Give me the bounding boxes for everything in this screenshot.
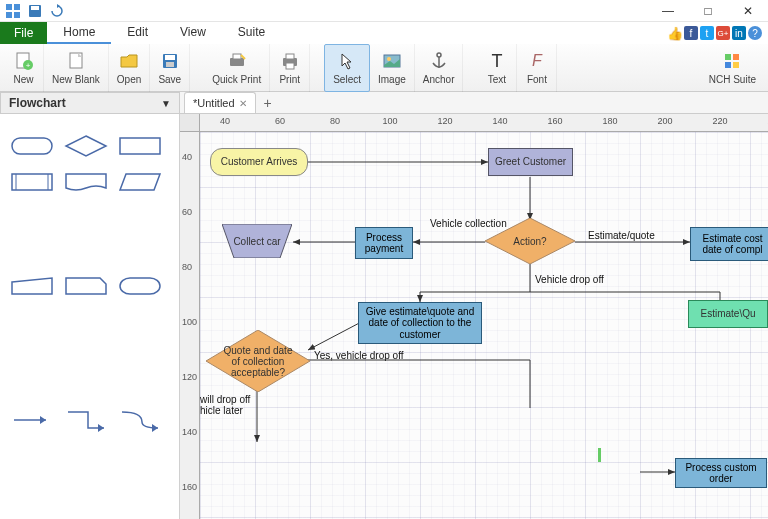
save-button[interactable]: Save [150, 44, 190, 92]
svg-rect-26 [725, 62, 731, 68]
new-blank-icon [65, 50, 87, 72]
file-menu[interactable]: File [0, 22, 47, 44]
anchor-button[interactable]: Anchor [415, 44, 464, 92]
stencil-rounded[interactable] [118, 274, 162, 298]
shape-estimate-qu[interactable]: Estimate\Qu [688, 300, 768, 328]
ruler-vertical: 40 60 80 100 120 140 160 180 [180, 132, 200, 519]
label-will-drop-off: will drop off hicle later [200, 394, 260, 416]
shapes-panel-header[interactable]: Flowchart ▼ [0, 92, 180, 114]
svg-text:+: + [25, 61, 30, 70]
googleplus-icon[interactable]: G+ [716, 26, 730, 40]
stencil-decision[interactable] [64, 134, 108, 158]
menu-suite[interactable]: Suite [222, 22, 281, 44]
tabbar: *Untitled ✕ + [180, 92, 768, 114]
svg-rect-33 [120, 278, 160, 294]
menu-view[interactable]: View [164, 22, 222, 44]
add-tab-button[interactable]: + [256, 92, 280, 113]
print-icon [279, 50, 301, 72]
font-icon: F [526, 50, 548, 72]
svg-rect-14 [233, 54, 241, 59]
new-icon: + [13, 50, 35, 72]
svg-rect-27 [733, 62, 739, 68]
font-button[interactable]: FFont [517, 44, 557, 92]
stencil-terminator[interactable] [10, 134, 54, 158]
shape-process-payment[interactable]: Process payment [355, 227, 413, 259]
shapes-panel [0, 114, 180, 519]
nch-suite-button[interactable]: NCH Suite [701, 44, 764, 92]
text-button[interactable]: TText [477, 44, 517, 92]
image-icon [381, 50, 403, 72]
refresh-icon[interactable] [48, 2, 66, 20]
linkedin-icon[interactable]: in [732, 26, 746, 40]
label-yes-drop-off: Yes, vehicle drop off [314, 350, 404, 361]
svg-text:T: T [491, 51, 502, 71]
marker [598, 448, 601, 462]
stencil-document[interactable] [64, 170, 108, 194]
stencil-data[interactable] [118, 170, 162, 194]
save-quick-icon[interactable] [26, 2, 44, 20]
ruler-corner [180, 114, 200, 132]
ruler-horizontal: 40 60 80 100 120 140 160 180 200 220 240 [200, 114, 768, 132]
stencil-elbow[interactable] [64, 408, 108, 432]
shape-collect-car[interactable]: Collect car [222, 224, 292, 258]
shape-process-order[interactable]: Process custom order [675, 458, 767, 488]
like-icon[interactable]: 👍 [668, 26, 682, 40]
print-button[interactable]: Print [270, 44, 310, 92]
svg-point-19 [387, 57, 391, 61]
facebook-icon[interactable]: f [684, 26, 698, 40]
new-button[interactable]: +New [4, 44, 44, 92]
stencil-curve[interactable] [118, 408, 162, 432]
maximize-button[interactable]: □ [688, 0, 728, 22]
app-icon[interactable] [4, 2, 22, 20]
svg-rect-28 [12, 138, 52, 154]
open-icon [118, 50, 140, 72]
stencil-card[interactable] [64, 274, 108, 298]
close-button[interactable]: ✕ [728, 0, 768, 22]
shape-quote-date[interactable]: Quote and date of collection acceptable? [206, 330, 310, 392]
stencil-manual-input[interactable] [10, 274, 54, 298]
help-icon[interactable]: ? [748, 26, 762, 40]
stencil-subprocess[interactable] [10, 170, 54, 194]
svg-rect-2 [6, 12, 12, 18]
svg-text:F: F [532, 52, 543, 69]
svg-rect-29 [120, 138, 160, 154]
select-button[interactable]: Select [324, 44, 370, 92]
canvas-area: 40 60 80 100 120 140 160 180 200 220 240… [180, 114, 768, 519]
tab-untitled[interactable]: *Untitled ✕ [184, 92, 256, 113]
svg-rect-16 [286, 54, 294, 59]
new-blank-button[interactable]: New Blank [44, 44, 109, 92]
svg-rect-17 [286, 63, 294, 69]
tab-label: *Untitled [193, 97, 235, 109]
save-icon [159, 50, 181, 72]
label-vehicle-collection: Vehicle collection [430, 218, 507, 229]
menu-edit[interactable]: Edit [111, 22, 164, 44]
menubar: File Home Edit View Suite 👍 f t G+ in ? [0, 22, 768, 44]
open-button[interactable]: Open [109, 44, 150, 92]
shape-greet-customer[interactable]: Greet Customer [488, 148, 573, 176]
canvas[interactable]: Customer Arrives Greet Customer Collect … [200, 132, 768, 519]
chevron-down-icon: ▼ [161, 98, 171, 109]
quick-print-icon [226, 50, 248, 72]
quick-print-button[interactable]: Quick Print [204, 44, 270, 92]
label-vehicle-drop-off: Vehicle drop off [535, 274, 604, 285]
svg-point-20 [437, 53, 441, 57]
shape-estimate-cost[interactable]: Estimate cost date of compl [690, 227, 768, 261]
close-icon[interactable]: ✕ [239, 98, 247, 109]
label-estimate-quote: Estimate/quote [588, 230, 655, 241]
shape-give-estimate[interactable]: Give estimate\quote and date of collecti… [358, 302, 482, 344]
anchor-icon [428, 50, 450, 72]
minimize-button[interactable]: — [648, 0, 688, 22]
svg-rect-0 [6, 4, 12, 10]
select-icon [336, 50, 358, 72]
suite-icon [721, 50, 743, 72]
stencil-process[interactable] [118, 134, 162, 158]
shapes-panel-title: Flowchart [9, 96, 66, 110]
ribbon: +New New Blank Open Save Quick Print Pri… [0, 44, 768, 92]
shape-customer-arrives[interactable]: Customer Arrives [210, 148, 308, 176]
svg-rect-1 [14, 4, 20, 10]
svg-rect-24 [725, 54, 731, 60]
stencil-arrow[interactable] [10, 408, 54, 432]
menu-home[interactable]: Home [47, 22, 111, 44]
twitter-icon[interactable]: t [700, 26, 714, 40]
image-button[interactable]: Image [370, 44, 415, 92]
